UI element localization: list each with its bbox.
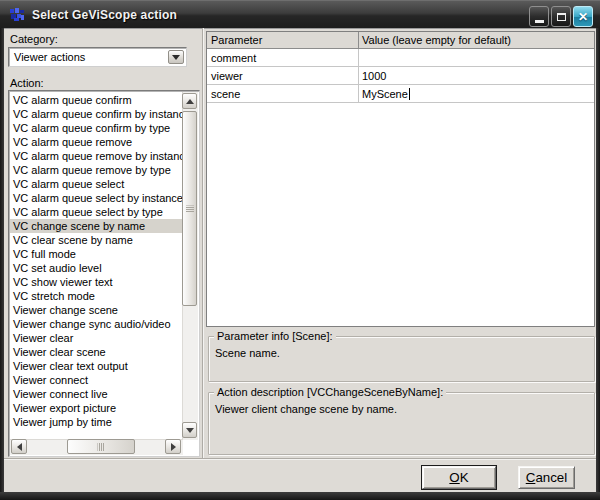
arrow-left-icon: [17, 443, 22, 451]
list-item[interactable]: VC clear scene by name: [10, 233, 182, 247]
thumb-grip-icon: [186, 205, 194, 212]
parameter-grid: Parameter Value (leave empty for default…: [206, 31, 595, 327]
list-item[interactable]: Viewer change scene: [10, 303, 182, 317]
minimize-button[interactable]: [529, 6, 549, 27]
column-header-value: Value (leave empty for default): [362, 34, 511, 46]
arrow-right-icon: [171, 443, 176, 451]
list-item[interactable]: Viewer clear scene: [10, 345, 182, 359]
parameter-value-cell[interactable]: MyScene: [362, 88, 410, 100]
list-item[interactable]: VC alarm queue confirm by type: [10, 121, 182, 135]
horizontal-scroll-thumb[interactable]: [67, 439, 135, 454]
scroll-right-button[interactable]: [165, 439, 181, 454]
list-item[interactable]: VC change scene by name: [10, 219, 182, 233]
list-item[interactable]: VC show viewer text: [10, 275, 182, 289]
thumb-grip-icon: [98, 443, 105, 451]
cancel-button-label-rest: ancel: [535, 470, 567, 485]
category-label: Category:: [10, 33, 58, 45]
parameter-name-cell: viewer: [211, 70, 243, 82]
window-frame-right: [596, 28, 600, 500]
list-item[interactable]: VC alarm queue remove: [10, 135, 182, 149]
window-title: Select GeViScope action: [32, 8, 177, 22]
parameter-info-text: Scene name.: [215, 347, 280, 359]
action-label: Action:: [10, 77, 44, 89]
action-description-group: Action description [VCChangeSceneByName]…: [208, 392, 595, 455]
chevron-down-icon: [172, 55, 180, 60]
ok-button[interactable]: OK: [422, 466, 496, 489]
list-item[interactable]: VC full mode: [10, 247, 182, 261]
column-divider: [358, 67, 359, 84]
list-item[interactable]: Viewer clear: [10, 331, 182, 345]
cancel-button[interactable]: Cancel: [518, 466, 575, 489]
scroll-up-button[interactable]: [182, 93, 197, 109]
window-frame-left: [0, 28, 4, 500]
list-item[interactable]: VC alarm queue select by instance: [10, 191, 182, 205]
list-item[interactable]: Viewer clear text output: [10, 359, 182, 373]
parameter-info-label: Parameter info [Scene]:: [214, 330, 336, 342]
ok-button-label: O: [449, 470, 459, 485]
scroll-down-button[interactable]: [182, 422, 197, 438]
category-value: Viewer actions: [14, 51, 85, 63]
grid-header: Parameter Value (leave empty for default…: [207, 32, 594, 49]
arrow-down-icon: [186, 428, 194, 433]
list-item[interactable]: VC set audio level: [10, 261, 182, 275]
action-description-text: Viewer client change scene by name.: [215, 403, 397, 415]
vertical-scroll-thumb[interactable]: [182, 111, 197, 306]
list-item[interactable]: VC alarm queue confirm: [10, 93, 182, 107]
table-row[interactable]: sceneMyScene: [207, 85, 594, 103]
maximize-icon: [557, 13, 566, 21]
cancel-button-label: C: [526, 470, 536, 485]
column-divider: [358, 32, 359, 49]
list-item[interactable]: Viewer change sync audio/video: [10, 317, 182, 331]
parameter-name-cell: comment: [211, 52, 256, 64]
scroll-left-button[interactable]: [11, 439, 27, 454]
button-bar-separator: [4, 458, 596, 460]
dialog-window: Select GeViScope action ✕ Category: View…: [0, 0, 600, 500]
list-item[interactable]: VC alarm queue select by type: [10, 205, 182, 219]
ok-button-label-rest: K: [460, 470, 469, 485]
arrow-up-icon: [186, 99, 194, 104]
action-description-label: Action description [VCChangeSceneByName]…: [214, 386, 446, 398]
list-item[interactable]: VC alarm queue select: [10, 177, 182, 191]
title-bar[interactable]: Select GeViScope action ✕: [0, 0, 600, 28]
list-item[interactable]: Viewer jump by time: [10, 415, 182, 429]
table-row[interactable]: viewer1000: [207, 67, 594, 85]
table-row[interactable]: comment: [207, 49, 594, 67]
list-item[interactable]: VC stretch mode: [10, 289, 182, 303]
panel-separator: [202, 28, 204, 458]
category-combobox[interactable]: Viewer actions: [8, 47, 187, 67]
text-caret: [409, 88, 410, 100]
list-item[interactable]: Viewer connect live: [10, 387, 182, 401]
column-divider: [358, 49, 359, 66]
column-divider: [358, 85, 359, 102]
parameter-info-group: Parameter info [Scene]: Scene name.: [208, 336, 595, 382]
parameter-value-cell[interactable]: 1000: [362, 70, 386, 82]
close-icon: ✕: [578, 11, 588, 23]
action-listbox: VC alarm queue confirmVC alarm queue con…: [8, 90, 200, 457]
list-item[interactable]: VC alarm queue remove by type: [10, 163, 182, 177]
close-button[interactable]: ✕: [573, 6, 593, 27]
list-item[interactable]: VC alarm queue confirm by instance: [10, 107, 182, 121]
list-item[interactable]: Viewer connect: [10, 373, 182, 387]
window-frame-bottom: [0, 492, 600, 500]
column-header-parameter: Parameter: [211, 34, 262, 46]
list-item[interactable]: Viewer export picture: [10, 401, 182, 415]
app-icon: [9, 6, 26, 23]
maximize-button[interactable]: [551, 6, 571, 27]
parameter-name-cell: scene: [211, 88, 240, 100]
minimize-icon: [535, 20, 544, 23]
combobox-dropdown-button[interactable]: [168, 50, 184, 64]
list-item[interactable]: VC alarm queue remove by instance: [10, 149, 182, 163]
